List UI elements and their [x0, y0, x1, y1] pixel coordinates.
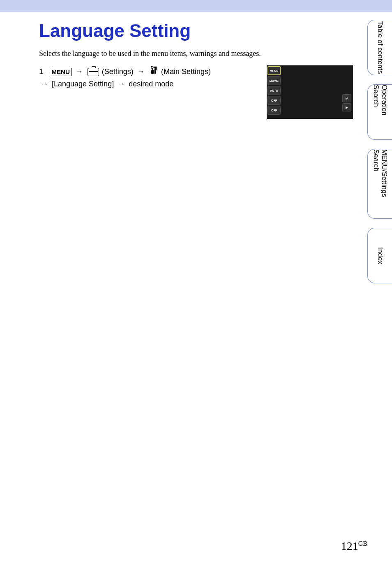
content-area: Language Setting Selects the language to… [0, 12, 392, 119]
step-number: 1 [39, 67, 44, 76]
side-tabs: Table of contents Operation Search MENU/… [367, 20, 392, 283]
tab-table-of-contents[interactable]: Table of contents [367, 20, 392, 75]
desired-mode-label: desired mode [129, 80, 173, 88]
arrow-icon: → [118, 79, 125, 90]
toolbox-icon [88, 68, 99, 76]
page-number: 121 [341, 540, 358, 552]
language-setting-label: [Language Setting] [52, 80, 114, 88]
svg-rect-2 [151, 70, 153, 74]
page-footer: 121GB [341, 540, 367, 553]
screen-timer-icon: OFF [267, 96, 281, 105]
main-settings-label: (Main Settings) [161, 67, 211, 76]
instruction-text: 1 MENU → (Settings) → (Main Settings) → … [39, 65, 259, 90]
svg-rect-4 [155, 67, 156, 74]
wrench-icon [149, 66, 158, 79]
tab-operation-search[interactable]: Operation Search [367, 84, 392, 140]
tab-menu-settings-search[interactable]: MENU/Settings Search [367, 149, 392, 219]
arrow-icon: → [41, 79, 48, 90]
screen-right-panel: iA ▶ [342, 94, 352, 111]
settings-label: (Settings) [102, 67, 134, 76]
page-title: Language Setting [39, 21, 353, 41]
tab-index[interactable]: Index [367, 228, 392, 283]
page-description: Selects the language to be used in the m… [39, 49, 353, 58]
screen-left-panel: MENU MOVIE AUTO OFF OFF [267, 66, 281, 115]
screen-flash-icon: AUTO [267, 86, 281, 95]
screen-smile-icon: OFF [267, 106, 281, 115]
page-suffix: GB [358, 540, 367, 547]
screen-play-icon: ▶ [342, 103, 351, 111]
screen-mode-icon: iA [342, 94, 351, 102]
screen-movie-icon: MOVIE [267, 76, 281, 85]
svg-rect-1 [152, 67, 152, 70]
menu-button-icon: MENU [50, 68, 72, 76]
arrow-icon: → [76, 66, 83, 78]
instruction-row: 1 MENU → (Settings) → (Main Settings) → … [39, 65, 353, 119]
top-bar [0, 0, 392, 12]
screen-preview: MENU MOVIE AUTO OFF OFF iA ▶ [267, 65, 353, 119]
screen-menu-icon: MENU [267, 66, 281, 75]
arrow-icon: → [137, 66, 145, 78]
